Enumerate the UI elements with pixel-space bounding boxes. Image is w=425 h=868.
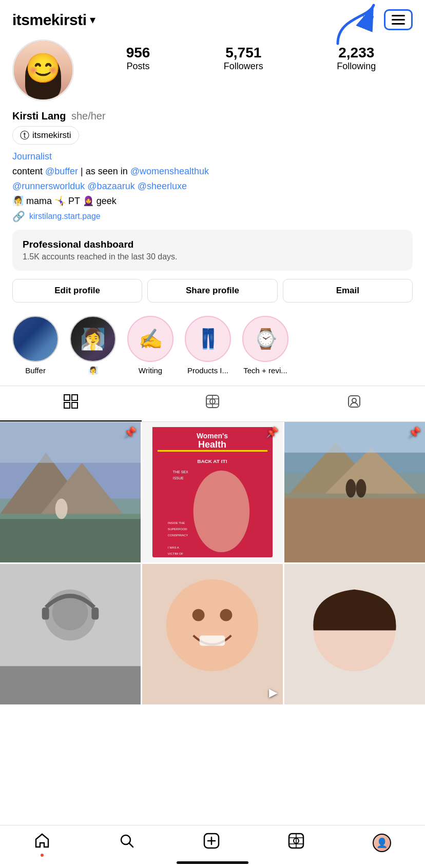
svg-rect-3	[64, 402, 70, 408]
womenshealthuk-link[interactable]: @womenshealthuk	[130, 166, 209, 176]
post-item-4[interactable]	[0, 564, 141, 704]
nav-create[interactable]	[203, 833, 220, 853]
svg-point-51	[220, 609, 232, 621]
svg-point-41	[356, 479, 366, 498]
highlight-writing[interactable]: ✍️ Writing	[127, 316, 173, 375]
highlight-emoji[interactable]: 🧖‍♀️ 🧖‍♀️	[70, 316, 116, 375]
highlight-circle-buffer	[12, 316, 59, 362]
tabs-row	[0, 386, 425, 422]
svg-rect-17	[0, 422, 141, 463]
pin-icon-2: 📌	[266, 426, 279, 438]
svg-rect-4	[72, 402, 78, 408]
bio-line-2: content @buffer | as seen in @womensheal…	[12, 165, 413, 178]
reels-icon	[205, 394, 220, 412]
post-image-3	[284, 422, 425, 562]
create-icon	[203, 833, 220, 853]
post-item-1[interactable]: 📌	[0, 422, 141, 562]
svg-text:Women's: Women's	[197, 432, 228, 440]
hamburger-line-3	[392, 23, 405, 25]
link-icon: 🔗	[12, 210, 25, 223]
svg-rect-2	[72, 395, 78, 400]
threads-badge[interactable]: ⓣ itsmekirsti	[12, 126, 79, 145]
stats-row: 956 Posts 5,751 Followers 2,233 Followin…	[89, 39, 413, 72]
highlight-buffer[interactable]: Buffer	[12, 316, 59, 375]
avatar	[12, 39, 74, 101]
post-image-1	[0, 422, 141, 562]
journalist-link[interactable]: Journalist	[12, 151, 52, 162]
threads-badge-row: ⓣ itsmekirsti	[12, 122, 413, 149]
website-link[interactable]: kirstilang.start.page	[29, 212, 101, 221]
username-section[interactable]: itsmekirsti ▾	[12, 11, 95, 29]
following-stat[interactable]: 2,233 Following	[337, 45, 376, 72]
post-item-6[interactable]	[284, 564, 425, 704]
tab-reels[interactable]	[142, 386, 283, 421]
highlights-section: Buffer 🧖‍♀️ 🧖‍♀️ ✍️ Writing 👖 Products I…	[0, 311, 425, 380]
post-item-3[interactable]: 📌	[284, 422, 425, 562]
video-play-icon-5: ▶	[269, 686, 278, 699]
display-name: Kirsti Lang	[12, 110, 66, 122]
svg-rect-43	[0, 666, 141, 704]
tab-grid[interactable]	[0, 386, 142, 421]
highlight-circle-emoji: 🧖‍♀️	[70, 316, 116, 362]
svg-text:Health: Health	[198, 439, 226, 450]
dashboard-title: Professional dashboard	[23, 239, 402, 250]
followers-stat[interactable]: 5,751 Followers	[224, 45, 263, 72]
bio-section: Kirsti Lang she/her ⓣ itsmekirsti Journa…	[12, 110, 413, 223]
bio-line-3: @runnersworlduk @bazaaruk @sheerluxe	[12, 179, 413, 193]
post-item-2[interactable]: Women's Health BACK AT IT! THE SEX ISSUE…	[142, 422, 283, 562]
professional-dashboard[interactable]: Professional dashboard 1.5K accounts rea…	[12, 230, 413, 271]
avatar-image	[14, 41, 72, 99]
nav-reels[interactable]	[288, 833, 304, 853]
edit-profile-button[interactable]: Edit profile	[12, 279, 142, 302]
grid-icon	[64, 394, 78, 412]
notification-icon[interactable]: ♡	[362, 11, 375, 28]
link-row[interactable]: 🔗 kirstilang.start.page	[12, 210, 413, 223]
home-dot	[41, 854, 44, 857]
runnersworlduk-link[interactable]: @runnersworlduk	[12, 181, 85, 191]
highlight-label-writing: Writing	[139, 366, 162, 375]
svg-point-50	[192, 609, 205, 621]
bottom-nav-spacer	[0, 704, 425, 756]
nav-search[interactable]	[119, 833, 135, 853]
tab-tagged[interactable]	[283, 386, 425, 421]
dashboard-subtitle: 1.5K accounts reached in the last 30 day…	[23, 252, 402, 261]
avatar-container[interactable]	[12, 39, 74, 101]
nav-reels-icon	[288, 833, 304, 853]
chevron-down-icon[interactable]: ▾	[90, 13, 95, 27]
svg-rect-1	[64, 395, 70, 400]
sheerluxe-link[interactable]: @sheerluxe	[138, 181, 187, 191]
email-button[interactable]: Email	[283, 279, 413, 302]
svg-point-40	[346, 479, 356, 498]
svg-rect-52	[200, 635, 225, 645]
following-label: Following	[337, 61, 376, 71]
svg-point-28	[194, 471, 250, 552]
highlight-products[interactable]: 👖 Products I...	[185, 316, 231, 375]
nav-home[interactable]	[34, 833, 50, 853]
svg-point-11	[352, 398, 356, 402]
highlight-tech[interactable]: ⌚ Tech + revi...	[242, 316, 288, 375]
svg-point-49	[166, 579, 258, 671]
svg-rect-24	[158, 450, 267, 452]
svg-text:VICTIM OF: VICTIM OF	[168, 552, 184, 555]
search-icon	[119, 833, 135, 853]
home-indicator	[177, 861, 248, 864]
svg-rect-13	[0, 514, 141, 562]
post-image-6	[284, 564, 425, 704]
posts-label: Posts	[127, 61, 150, 71]
share-profile-button[interactable]: Share profile	[147, 279, 277, 302]
hamburger-button[interactable]	[384, 9, 413, 30]
followers-label: Followers	[224, 61, 263, 71]
home-icon	[34, 833, 50, 853]
bazaaruk-link[interactable]: @bazaaruk	[87, 181, 134, 191]
hamburger-line-1	[392, 15, 405, 16]
post-image-5	[142, 564, 283, 704]
header-actions: ♡	[362, 9, 413, 30]
svg-rect-47	[91, 608, 99, 620]
nav-profile[interactable]: 👤	[373, 834, 391, 852]
profile-top: 956 Posts 5,751 Followers 2,233 Followin…	[12, 39, 413, 101]
buffer-link[interactable]: @buffer	[45, 166, 78, 176]
posts-stat[interactable]: 956 Posts	[126, 45, 150, 72]
post-item-5[interactable]: ▶	[142, 564, 283, 704]
profile-section: 956 Posts 5,751 Followers 2,233 Followin…	[0, 35, 425, 302]
posts-count: 956	[126, 45, 150, 61]
